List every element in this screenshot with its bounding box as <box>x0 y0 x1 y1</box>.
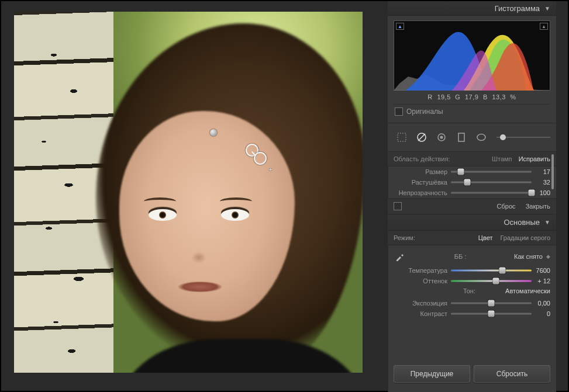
slider-knob[interactable] <box>493 278 499 285</box>
temp-value[interactable]: 7600 <box>532 267 550 274</box>
histogram-section: ▲ ▲ R 19,5 G 17,9 B 13,3 % <box>388 16 556 123</box>
exposure-row: Экспозиция 0,00 <box>388 298 556 308</box>
treatment-label: Режим: <box>394 234 415 241</box>
app-window: + Гистограмма ▼ ▲ ▲ R <box>0 0 569 392</box>
basic-title: Основные <box>504 218 540 227</box>
photo-canvas[interactable]: + <box>14 12 363 373</box>
contrast-row: Контраст 0 <box>388 308 556 319</box>
radial-filter-tool-icon[interactable] <box>473 129 489 145</box>
photo-eye <box>221 209 249 221</box>
svg-rect-0 <box>398 133 406 141</box>
wb-preset-value: Как снято <box>514 253 543 260</box>
spot-removal-tool-icon[interactable] <box>413 129 430 145</box>
spot-feather-row: Растушёвка 32 <box>388 177 556 188</box>
spot-feather-label: Растушёвка <box>394 179 451 186</box>
disclosure-triangle-icon: ▼ <box>544 219 550 226</box>
originals-checkbox[interactable] <box>395 107 403 116</box>
originals-row[interactable]: Оригиналы <box>394 104 550 120</box>
rgb-g-label: G <box>455 93 460 100</box>
spot-opacity-row: Непрозрачность 100 <box>388 188 556 198</box>
histogram-header[interactable]: Гистограмма ▼ <box>388 1 556 16</box>
contrast-label: Контраст <box>394 310 451 317</box>
photo-eyebrow <box>220 197 252 206</box>
svg-rect-5 <box>458 133 464 141</box>
panel-scrollbar-thumb[interactable] <box>551 154 554 189</box>
wb-eyedropper-icon[interactable] <box>394 250 406 263</box>
rgb-pct: % <box>510 93 516 100</box>
tool-size-mini-slider[interactable] <box>496 134 550 141</box>
tint-slider[interactable] <box>451 277 532 285</box>
develop-panel: Гистограмма ▼ ▲ ▲ R 19,5 G 17, <box>388 1 556 392</box>
temp-row: Температура 7600 <box>388 265 556 276</box>
reset-button[interactable]: Сбросить <box>474 365 550 383</box>
histogram-title: Гистограмма <box>495 4 540 13</box>
photo-eyebrow <box>144 197 176 206</box>
tint-label: Оттенок <box>394 277 451 285</box>
white-balance-row: ББ : Как снято ◆ <box>388 245 556 265</box>
tone-label: Тон: <box>463 287 475 294</box>
treatment-gray[interactable]: Градации серого <box>501 234 551 241</box>
rgb-b-label: B <box>483 93 488 100</box>
spot-opacity-slider[interactable] <box>451 189 532 197</box>
local-tools-strip <box>388 123 556 152</box>
basic-header[interactable]: Основные ▼ <box>388 214 556 231</box>
rgb-readout: R 19,5 G 17,9 B 13,3 % <box>394 91 550 102</box>
contrast-slider[interactable] <box>451 310 532 318</box>
treatment-color[interactable]: Цвет <box>478 234 493 241</box>
panel-toggle-switch[interactable] <box>394 202 402 210</box>
redeye-tool-icon[interactable] <box>433 129 450 145</box>
spot-size-label: Размер <box>394 168 451 175</box>
spot-mode-heal[interactable]: Исправить <box>519 155 550 162</box>
photo-eye <box>149 209 177 221</box>
wb-preset-select[interactable]: Как снято ◆ <box>514 253 550 260</box>
graduated-filter-tool-icon[interactable] <box>453 129 470 145</box>
disclosure-triangle-icon: ▼ <box>544 5 550 12</box>
spot-size-value[interactable]: 17 <box>532 168 550 175</box>
slider-knob[interactable] <box>464 179 470 186</box>
slider-knob[interactable] <box>488 311 495 317</box>
originals-label: Оригиналы <box>406 107 443 116</box>
slider-knob[interactable] <box>529 190 535 196</box>
spot-mode-stamp[interactable]: Штамп <box>492 155 512 162</box>
slider-knob[interactable] <box>488 300 495 307</box>
previous-button[interactable]: Предыдущие <box>394 365 470 383</box>
spot-close-link[interactable]: Закрыть <box>526 203 550 210</box>
photo-mouth <box>172 279 228 294</box>
histogram-svg <box>394 20 550 91</box>
rgb-r-value: 19,5 <box>437 93 450 100</box>
spot-panel-header: Область действия: Штамп Исправить <box>388 152 556 166</box>
spot-area-label: Область действия: <box>394 155 450 162</box>
temp-slider[interactable] <box>451 266 532 275</box>
slider-knob[interactable] <box>457 169 464 175</box>
tone-row: Тон: Автоматически <box>388 286 556 298</box>
spot-panel-footer: Сброс Закрыть <box>388 198 556 214</box>
svg-point-6 <box>477 134 485 141</box>
panel-footer: Предыдущие Сбросить <box>388 365 556 383</box>
tint-row: Оттенок + 12 <box>388 276 556 286</box>
slider-knob[interactable] <box>500 134 506 140</box>
spot-feather-value[interactable]: 32 <box>532 179 550 186</box>
spot-size-row: Размер 17 <box>388 166 556 177</box>
spot-removal-pin[interactable] <box>210 129 217 136</box>
tone-auto-link[interactable]: Автоматически <box>486 287 550 294</box>
crop-tool-icon[interactable] <box>394 129 410 145</box>
contrast-value[interactable]: 0 <box>532 310 550 317</box>
spot-opacity-label: Непрозрачность <box>394 189 451 196</box>
exposure-slider[interactable] <box>451 299 532 307</box>
spot-feather-slider[interactable] <box>451 178 532 186</box>
histogram-plot[interactable]: ▲ ▲ <box>394 20 550 91</box>
svg-line-2 <box>418 134 425 141</box>
photo-nose <box>188 248 209 264</box>
exposure-value[interactable]: 0,00 <box>532 300 550 307</box>
exposure-label: Экспозиция <box>394 300 451 307</box>
temp-label: Температура <box>394 267 451 274</box>
slider-knob[interactable] <box>499 268 506 274</box>
wb-label: ББ : <box>454 253 467 260</box>
rgb-g-value: 17,9 <box>465 93 478 100</box>
rgb-b-value: 13,3 <box>492 93 505 100</box>
dropdown-caret-icon: ◆ <box>546 254 550 259</box>
spot-reset-link[interactable]: Сброс <box>497 203 516 210</box>
spot-size-slider[interactable] <box>451 168 532 176</box>
rgb-r-label: R <box>427 93 432 100</box>
tint-value[interactable]: + 12 <box>532 277 550 285</box>
